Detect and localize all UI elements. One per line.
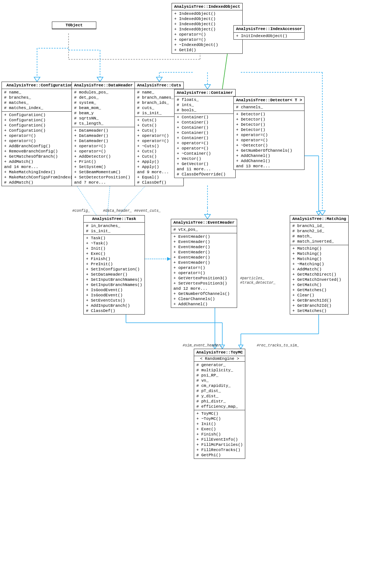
- class-row: # ClassDefOverride(): [177, 172, 233, 177]
- class-row: + Init(): [86, 246, 142, 251]
- class-row: # vn_: [196, 378, 243, 383]
- class-box-TObject: TObject: [52, 22, 96, 29]
- class-row: # y_dist_: [196, 394, 243, 399]
- svg-marker-14: [205, 85, 210, 89]
- class-row: + MakeMatchConfigsFromIndex(): [4, 175, 75, 180]
- class-section-Task-1: + Task()+ ~Task()+ Init()+ Exec()+ Finis…: [84, 235, 144, 314]
- svg-marker-37: [167, 257, 171, 261]
- label-config: #config_: [72, 209, 90, 213]
- class-row: + GetMatchInverted(): [292, 277, 346, 282]
- class-row: + ~IndexedObject(): [174, 42, 240, 47]
- class-row: + operator=(): [174, 32, 240, 37]
- class-box-Configuration: AnalysisTree::Configuration# name_# bran…: [1, 82, 77, 186]
- class-row: # matches_: [4, 100, 75, 105]
- class-section-Container-1: + Container()+ Container()+ Container()+…: [175, 114, 235, 178]
- class-row: # sqrtsNN_: [74, 116, 133, 121]
- class-section-Configuration-1: + Configuration()+ Configuration()+ Conf…: [2, 112, 77, 186]
- class-row: + Finish(): [86, 256, 142, 262]
- class-row: + SetInputBranchNames(): [86, 277, 142, 282]
- class-row: + operator=(): [236, 132, 302, 138]
- class-row: + SetBeamMomentum(): [74, 170, 133, 175]
- class-title-Cuts: AnalysisTree::Cuts: [135, 82, 183, 89]
- class-row: # branch2_id_: [292, 229, 346, 234]
- class-row: + EventHeader(): [173, 244, 235, 250]
- class-row: + GetBranch2Id(): [292, 303, 346, 308]
- class-row: and 14 more...: [4, 164, 75, 170]
- class-box-Container: AnalysisTree::Container# floats_# ints_#…: [174, 89, 236, 178]
- class-row: # floats_: [177, 97, 233, 102]
- class-row: + AddInputBranch(): [86, 303, 142, 308]
- class-box-IndexedObject: AnalysisTree::IndexedObject+ IndexedObje…: [172, 3, 243, 54]
- class-title-Container: AnalysisTree::Container: [175, 89, 235, 96]
- class-row: + GetVertexPosition3(): [173, 276, 235, 281]
- class-row: + DataHeader(): [74, 133, 133, 138]
- class-row: + EventHeader(): [173, 250, 235, 255]
- label-data-header: #data_header_: [103, 209, 132, 213]
- class-row: + Container(): [177, 135, 233, 141]
- class-section-Container-0: # floats_# ints_# bools_: [175, 96, 235, 114]
- class-row: # match_: [292, 234, 346, 239]
- class-row: + Container(): [177, 120, 233, 125]
- class-box-Detector: AnalysisTree::Detector< T ># channels_+ …: [233, 96, 305, 170]
- class-row: + IndexedObject(): [174, 16, 240, 22]
- svg-marker-6: [34, 77, 40, 82]
- class-row: + operator=(): [174, 37, 240, 42]
- class-row: # beam_mom_: [74, 105, 133, 111]
- class-row: # AddMatch(): [4, 180, 75, 185]
- class-row: + operator=(): [173, 265, 235, 270]
- class-row: + IndexedObject(): [174, 11, 240, 16]
- class-row: + operator=(): [74, 149, 133, 154]
- class-row: + SetSystem(): [74, 164, 133, 170]
- class-row: + Vector(): [177, 156, 233, 161]
- class-row: # beam_y: [74, 111, 133, 116]
- class-row: + operator=(): [177, 141, 233, 146]
- class-row: + SetDataHeader(): [86, 272, 142, 277]
- class-row: + IndexedObject(): [174, 22, 240, 27]
- class-section-Detector-0: # channels_: [234, 104, 304, 111]
- class-row: + EventHeader(): [173, 255, 235, 260]
- class-row: + Matching(): [292, 246, 346, 251]
- svg-marker-12: [156, 77, 162, 82]
- class-row: + SetDetectorPosition(): [74, 175, 133, 180]
- class-section-EventHeader-0: # vtx_pos_: [171, 226, 237, 233]
- class-section-Configuration-0: # name_# branches_# matches_# matches_in…: [2, 89, 77, 112]
- class-row: + ~Container(): [177, 151, 233, 156]
- class-row: + operator=(): [173, 270, 235, 276]
- class-row: + GetId(): [174, 47, 240, 53]
- class-row: # multiplicity_: [196, 368, 243, 373]
- class-row: # psi_RP_: [196, 373, 243, 378]
- class-box-Task: AnalysisTree::Task# in_branches_# is_ini…: [83, 215, 145, 315]
- class-row: + GetNumberOfChannels(): [173, 291, 235, 296]
- class-row: + GetMatchDirect(): [292, 272, 346, 277]
- class-section-IndexedObject-0: + IndexedObject()+ IndexedObject()+ Inde…: [172, 10, 242, 53]
- class-row: + DataHeader(): [74, 138, 133, 144]
- class-section-Matching-1: + Matching()+ Matching()+ Matching()+ ~M…: [290, 245, 348, 314]
- class-row: # is_init_: [86, 229, 142, 234]
- class-row: + GetInputBranchNames(): [86, 282, 142, 287]
- class-row: + PreInit(): [86, 262, 142, 267]
- class-section-IndexAccessor-0: + InitIndexedObject(): [234, 33, 304, 39]
- class-row: + Finish(): [196, 432, 243, 437]
- class-row: + AddChannel(): [173, 302, 235, 307]
- class-row: + Container(): [177, 130, 233, 135]
- class-row: # GetPhi(): [196, 453, 243, 458]
- class-row: + AddDetector(): [74, 154, 133, 159]
- class-row: + FillEventInfo(): [196, 437, 243, 442]
- class-section-DataHeader-1: + DataHeader()+ DataHeader()+ DataHeader…: [72, 127, 135, 186]
- class-row: # ClassDef(): [86, 308, 142, 313]
- class-box-ToyMC: AnalysisTree::ToyMC< RandomEngine ># gen…: [194, 349, 245, 459]
- class-row: + SetVertexPosition3(): [173, 281, 235, 286]
- class-row: # ints_: [177, 102, 233, 108]
- class-title-EventHeader: AnalysisTree::EventHeader: [171, 219, 237, 226]
- class-row: # branches_: [4, 95, 75, 100]
- class-row: # system_: [74, 100, 133, 105]
- class-row: + SetInConfiguration(): [86, 267, 142, 272]
- svg-marker-40: [319, 211, 325, 215]
- class-row: + EventHeader(): [173, 234, 235, 239]
- class-title-TObject: TObject: [52, 22, 96, 29]
- class-row: + GetMatchesOfBranch(): [4, 154, 75, 159]
- class-row: # det_pos_: [74, 95, 133, 100]
- class-row: + Configuration(): [4, 123, 75, 128]
- class-row: + SetMatches(): [292, 308, 346, 313]
- class-row: # cm_rapidity_: [196, 383, 243, 388]
